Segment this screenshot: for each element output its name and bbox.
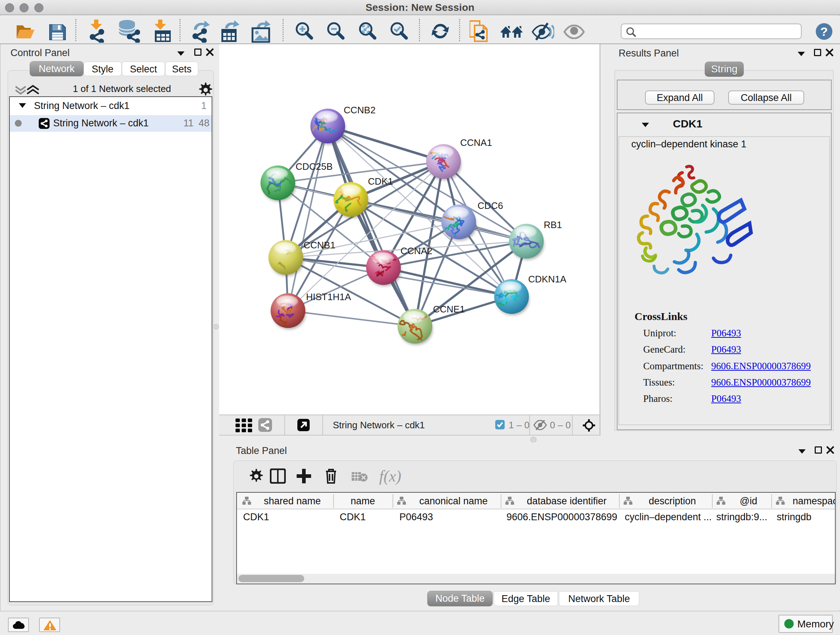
svg-text:CCNB1: CCNB1 (303, 240, 335, 250)
svg-text:CCNA2: CCNA2 (401, 245, 432, 256)
svg-text:CDKN1A: CDKN1A (528, 274, 567, 285)
svg-text:CCNA1: CCNA1 (460, 137, 492, 148)
svg-text:CCNE1: CCNE1 (433, 304, 465, 315)
svg-text:CDK1: CDK1 (368, 176, 393, 187)
svg-text:RB1: RB1 (544, 219, 562, 230)
svg-text:CDC6: CDC6 (477, 200, 503, 211)
svg-text:CCNB2: CCNB2 (344, 105, 376, 116)
svg-text:CDC25B: CDC25B (295, 161, 333, 172)
svg-text:HIST1H1A: HIST1H1A (306, 291, 351, 302)
